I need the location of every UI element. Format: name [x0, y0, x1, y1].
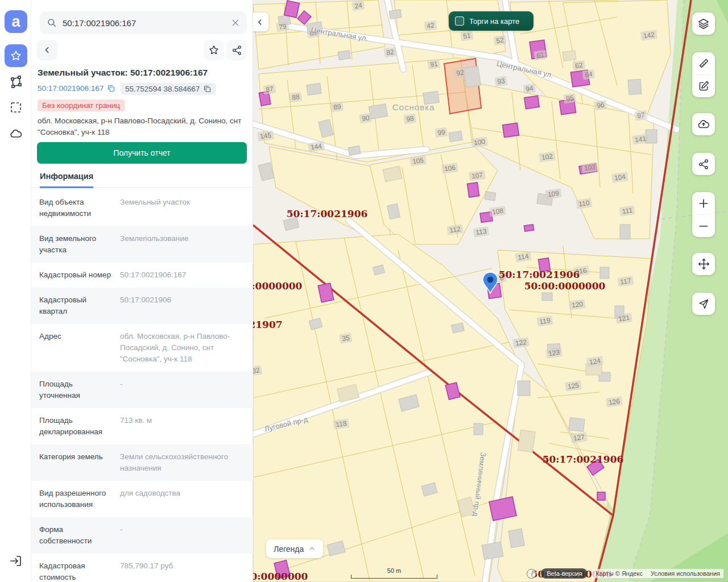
move-icon [698, 258, 710, 270]
parcel-number[interactable]: 64 [582, 69, 595, 80]
ruler-icon [698, 57, 710, 69]
zoom-tools [692, 192, 715, 237]
info-row: Адресобл. Московская, р-н Павлово-Посадс… [31, 324, 253, 372]
collapse-panel-button[interactable] [253, 13, 268, 31]
info-row-value: для садоводства [120, 488, 246, 510]
coordinates-chip[interactable]: 55.752594 38.584667 [121, 83, 216, 95]
scale-bar: 50 m [351, 567, 437, 579]
parcel-number[interactable]: 99 [435, 127, 448, 138]
area-select-icon [9, 101, 23, 114]
info-row: Категория земельЗемли сельскохозяйственн… [31, 444, 253, 481]
quarter-label: 00:0000000 [253, 571, 308, 582]
sidebar-item-area-select[interactable] [9, 100, 23, 115]
sidebar-item-login[interactable] [9, 554, 23, 568]
app-logo[interactable]: a [5, 10, 27, 33]
parcel-number[interactable]: 51 [460, 31, 473, 41]
zoom-out-button[interactable] [692, 215, 715, 237]
cloud-upload-button[interactable] [692, 113, 715, 135]
zoom-in-button[interactable] [692, 192, 715, 214]
parcel-number[interactable]: 98 [403, 114, 416, 124]
info-row-value: 50:17:0021906 [120, 294, 246, 317]
pan-button[interactable] [692, 253, 715, 275]
legend-button[interactable]: Легенда [266, 539, 323, 558]
parcel-number[interactable]: 82 [383, 47, 396, 58]
copy-icon[interactable] [107, 84, 115, 93]
minus-icon [698, 221, 709, 232]
favorite-button[interactable] [204, 40, 224, 60]
info-row-label: Форма собственности [39, 524, 112, 547]
parcel-number[interactable]: 96 [594, 100, 607, 111]
sidebar-item-cloud[interactable] [9, 127, 23, 142]
torgi-label: Торги на карте [469, 17, 519, 26]
app-logo-glyph: a [11, 13, 20, 31]
info-row-value: - [120, 379, 246, 401]
parcel-number[interactable]: 52 [493, 35, 506, 46]
ruler-button[interactable] [692, 52, 715, 74]
info-row: Вид объекта недвижимостиЗемельный участо… [31, 190, 253, 226]
location-pin-icon [482, 272, 498, 294]
sidebar-item-favorites[interactable] [5, 44, 27, 67]
parcel-number[interactable]: 88 [289, 92, 302, 103]
parcel-number[interactable]: 94 [523, 84, 536, 94]
back-button[interactable] [37, 40, 57, 60]
torgi-checkbox[interactable] [455, 16, 464, 26]
search-input[interactable]: 50:17:0021906:167 [40, 11, 247, 34]
tab-information[interactable]: Информация [40, 172, 93, 188]
info-row-label: Кадастровый номер [39, 269, 112, 281]
quarter-label: 50:17:0021906 [287, 208, 368, 219]
parcel-number[interactable]: 61 [533, 50, 547, 61]
parcel-number[interactable]: 62 [572, 60, 585, 71]
star-icon [10, 49, 22, 62]
parcel-number[interactable]: 95 [563, 93, 576, 104]
info-row-value: обл. Московская, р-н Павлово-Посадский, … [120, 331, 246, 365]
parcel-number[interactable]: 93 [494, 76, 507, 87]
polygon-select-icon [9, 75, 23, 89]
parcel-number[interactable]: 35 [339, 333, 352, 344]
share-button[interactable] [226, 40, 247, 60]
locate-tool [692, 293, 715, 315]
info-row-label: Вид объекта недвижимости [39, 197, 112, 219]
terms-link[interactable]: Условия использования [651, 570, 720, 577]
parcel-number[interactable]: 92 [453, 68, 466, 78]
parcel-number[interactable]: 97 [634, 110, 647, 121]
sidebar-item-polygon-select[interactable] [9, 74, 23, 89]
info-row-value: Земли сельскохозяйственного назначения [120, 451, 246, 474]
copy-icon[interactable] [203, 85, 212, 93]
info-row: Площадь уточненная- [31, 372, 253, 408]
cloud-icon [9, 127, 23, 141]
parcel-number[interactable]: 79 [276, 22, 289, 32]
clear-search-icon[interactable] [231, 18, 240, 27]
info-row-label: Площадь уточненная [39, 379, 112, 401]
cadastral-number-link[interactable]: 50:17:0021906:167 [38, 84, 115, 93]
locate-button[interactable] [692, 293, 715, 315]
get-report-button[interactable]: Получить отчет [37, 142, 247, 164]
pan-tool [692, 253, 715, 275]
edit-button[interactable] [692, 75, 715, 97]
yandex-copyright-link[interactable]: Карты © Яндекс [595, 570, 643, 577]
chevron-left-icon [43, 45, 52, 55]
info-icon[interactable]: i [527, 569, 536, 579]
parcel-number[interactable]: 87 [263, 84, 276, 95]
info-row: Кадастровая стоимость785,790.17 руб. [31, 554, 253, 582]
info-row: Форма собственности- [31, 517, 253, 554]
info-row-label: Адрес [39, 331, 112, 365]
parcel-number[interactable]: 91 [427, 59, 440, 70]
map-canvas[interactable]: 7980244251526162641421418291929394959697… [253, 0, 728, 582]
parcel-number[interactable]: 89 [330, 102, 344, 113]
share-icon [698, 159, 709, 170]
parcel-number[interactable]: 90 [359, 113, 372, 124]
layers-button[interactable] [692, 13, 715, 35]
map-share-button[interactable] [692, 153, 715, 175]
parcel-number[interactable]: 42 [424, 20, 437, 31]
share-icon [231, 45, 242, 56]
parcel-number[interactable]: 32 [253, 365, 263, 376]
layers-tool [692, 13, 715, 35]
info-row: Вид разрешенного использованиядля садово… [31, 481, 253, 517]
info-row-value: 785,790.17 руб. [120, 560, 246, 582]
info-row-label: Категория земель [39, 451, 112, 474]
parcel-number[interactable]: 24 [351, 1, 365, 11]
chevron-up-icon [308, 545, 316, 552]
info-row-label: Вид земельного участка [39, 233, 112, 256]
chevron-left-icon [256, 18, 264, 26]
torgi-toggle[interactable]: Торги на карте [449, 11, 533, 31]
